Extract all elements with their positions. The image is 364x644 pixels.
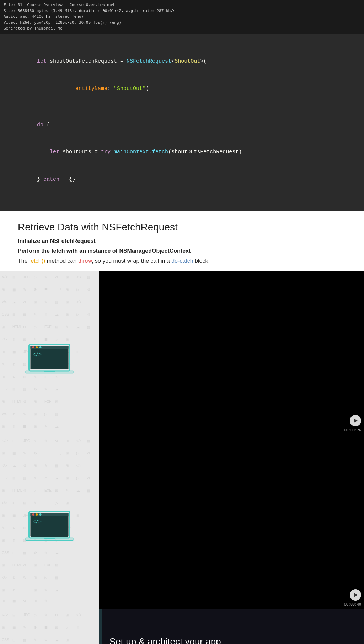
svg-text:⊞: ⊞: [12, 476, 15, 480]
desc-text-1: The: [18, 258, 29, 264]
svg-text:⚙: ⚙: [34, 626, 37, 629]
svg-text:HTML: HTML: [12, 489, 22, 493]
svg-text:⚙: ⚙: [12, 576, 16, 580]
svg-text:⊞: ⊞: [2, 599, 5, 603]
svg-text:✎: ✎: [23, 626, 26, 629]
svg-text:CSS: CSS: [2, 551, 9, 555]
svg-text:✎: ✎: [23, 288, 26, 292]
svg-point-100: [36, 346, 38, 348]
svg-text:☰: ☰: [44, 626, 48, 629]
svg-text:▷: ▷: [76, 313, 79, 316]
svg-text:⊞: ⊞: [12, 275, 15, 279]
play-button-2[interactable]: [350, 589, 361, 601]
svg-text:⚙: ⚙: [12, 362, 16, 366]
desc-text-4: block.: [193, 258, 210, 264]
code-line-3: [18, 102, 346, 112]
code-line-4: do {: [18, 111, 346, 139]
svg-text:⊞: ⊞: [55, 563, 58, 567]
svg-text:⊞: ⊞: [2, 538, 5, 542]
desc-text-2: method can: [45, 258, 78, 264]
svg-text:✎: ✎: [44, 439, 47, 443]
svg-text:⊞: ⊞: [34, 599, 37, 603]
svg-text:EXE: EXE: [44, 400, 52, 404]
svg-text:</>: </>: [76, 300, 82, 304]
panel-row-3: </> ⊞ JPG ▷ ✎ ⚙ ⊞ </> ⊞ ▦ ✎ ⚙ ☰ ⊞ ▷ ⚙ CS…: [0, 609, 364, 644]
svg-text:⚙: ⚙: [12, 412, 16, 416]
overlay-item-1: Set up & architect your app: [109, 636, 346, 644]
svg-text:⊞: ⊞: [12, 439, 15, 443]
svg-point-101: [39, 346, 42, 348]
svg-text:⚙: ⚙: [87, 288, 90, 292]
svg-text:✎: ✎: [34, 313, 37, 316]
svg-text:⚙: ⚙: [34, 288, 37, 292]
svg-text:✎: ✎: [34, 337, 37, 341]
svg-text:⚙: ⚙: [12, 501, 16, 505]
svg-text:⊞: ⊞: [66, 451, 69, 455]
svg-text:▦: ▦: [55, 412, 58, 416]
svg-text:☰: ☰: [23, 425, 26, 429]
svg-text:HTML: HTML: [12, 400, 22, 404]
code-line-2: entityName: "ShoutOut"): [18, 75, 346, 102]
svg-text:⚙: ⚙: [44, 313, 48, 316]
svg-text:⊞: ⊞: [66, 439, 69, 443]
svg-text:⚙: ⚙: [23, 563, 26, 567]
metadata-size: Size: 3658460 bytes (3.49 MiB), duration…: [4, 8, 360, 14]
svg-text:⊞: ⊞: [2, 563, 5, 567]
svg-text:✎: ✎: [23, 576, 26, 580]
svg-text:▷: ▷: [34, 489, 37, 493]
svg-text:⚙: ⚙: [76, 626, 80, 629]
panel-video-2: 00:00:40: [99, 435, 364, 609]
svg-text:</>: </>: [2, 438, 8, 443]
svg-text:⚙: ⚙: [12, 526, 16, 530]
svg-text:☁: ☁: [76, 325, 80, 329]
docatch-word: do-catch: [171, 258, 193, 264]
svg-point-209: [32, 513, 34, 516]
svg-text:⚙: ⚙: [12, 425, 16, 429]
laptop-icon-2: </>: [26, 510, 74, 547]
svg-text:▷: ▷: [34, 439, 37, 443]
svg-text:▷: ▷: [34, 275, 37, 279]
svg-text:⚙: ⚙: [55, 613, 58, 617]
svg-text:</>: </>: [2, 464, 7, 468]
svg-text:☁: ☁: [55, 588, 59, 592]
svg-text:✎: ✎: [44, 588, 47, 592]
svg-text:☁: ☁: [55, 638, 59, 642]
svg-text:⊞: ⊞: [34, 563, 37, 567]
svg-text:✎: ✎: [34, 638, 37, 642]
svg-text:☁: ☁: [76, 489, 80, 493]
svg-text:⊞: ⊞: [34, 464, 37, 468]
svg-text:▦: ▦: [87, 325, 90, 329]
svg-text:▷: ▷: [44, 412, 47, 416]
svg-text:⊞: ⊞: [2, 400, 5, 404]
svg-text:▦: ▦: [23, 387, 26, 391]
svg-text:⚙: ⚙: [87, 313, 90, 316]
svg-text:⊞: ⊞: [66, 300, 69, 304]
play-button-1[interactable]: [350, 415, 361, 426]
svg-text:☰: ☰: [44, 288, 48, 292]
svg-text:⚙: ⚙: [34, 451, 37, 455]
panel-bg-3: </> ⊞ JPG ▷ ✎ ⚙ ⊞ </> ⊞ ▦ ✎ ⚙ ☰ ⊞ ▷ ⚙ CS…: [0, 609, 99, 644]
svg-text:✎: ✎: [23, 451, 26, 455]
svg-text:⚙: ⚙: [23, 300, 26, 304]
svg-text:▦: ▦: [87, 275, 90, 279]
keyword-let: let: [37, 58, 50, 64]
svg-text:✎: ✎: [2, 362, 5, 366]
svg-text:⚙: ⚙: [12, 588, 16, 592]
svg-text:⊞: ⊞: [66, 464, 69, 468]
panel-row-2: </> ⊞ JPG ▷ ✎ ⚙ ⊞ </> ▦ ⊞ ▦ ✎ ⚙ ☰ ⋮⋮ ⊞ ▷…: [0, 435, 364, 609]
bg-pattern-2: </> ⊞ JPG ▷ ✎ ⚙ ⊞ </> ▦ ⊞ ▦ ✎ ⚙ ☰ ⋮⋮ ⊞ ▷…: [0, 435, 99, 609]
svg-text:⚙: ⚙: [34, 387, 37, 391]
svg-text:☰: ☰: [44, 451, 48, 455]
svg-point-210: [36, 513, 38, 516]
laptop-svg-2: </>: [26, 510, 74, 545]
svg-text:⊞: ⊞: [66, 613, 69, 617]
svg-text:EXE: EXE: [44, 563, 52, 567]
svg-text:⚙: ⚙: [23, 599, 26, 603]
svg-text:⚙: ⚙: [55, 275, 58, 279]
svg-text:⊞: ⊞: [2, 288, 5, 292]
svg-text:JPG: JPG: [23, 613, 30, 617]
svg-text:▷: ▷: [34, 613, 37, 617]
svg-text:⊞: ⊞: [66, 337, 69, 341]
bg-pattern-1: </> ⊞ JPG ▷ ✎ ⚙ ⊞ </> ▦ ⊞ ▦ ✎ ⚙ ☰ ⋮⋮ ⊞ ▷…: [0, 271, 99, 435]
svg-text:HTML: HTML: [12, 325, 22, 329]
